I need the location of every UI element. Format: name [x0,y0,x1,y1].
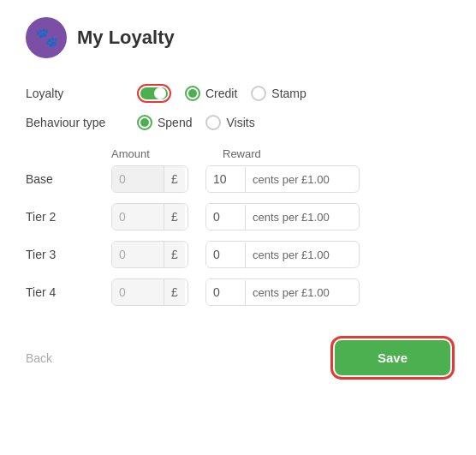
back-button[interactable]: Back [26,351,52,365]
behaviour-label: Behaviour type [26,116,137,129]
loyalty-row: Loyalty Credit Stamp [26,84,450,103]
table-row: Tier 2 £ cents per £1.00 [26,203,450,230]
loyalty-credit-option[interactable]: Credit [185,86,237,101]
tier3-amount-input[interactable] [112,242,164,267]
reward-column-header: Reward [223,147,261,160]
tier2-label: Tier 2 [26,210,111,224]
page-header: 🐾 My Loyalty [26,17,450,58]
spend-radio-outer [137,115,152,130]
base-amount-group: £ [111,165,188,193]
tier3-reward-group: cents per £1.00 [205,241,360,268]
table-header: Amount Reward [26,147,450,160]
tier2-reward-suffix: cents per £1.00 [245,205,359,230]
visits-option[interactable]: Visits [205,115,254,130]
behaviour-options: Spend Visits [137,115,255,130]
table-row: Base £ cents per £1.00 [26,165,450,193]
loyalty-toggle[interactable] [137,84,171,103]
loyalty-stamp-option[interactable]: Stamp [251,86,306,101]
tier2-amount-input[interactable] [112,204,164,230]
visits-radio-outer [205,115,221,130]
visits-label: Visits [226,116,254,129]
amount-column-header: Amount [111,147,205,160]
page-title: My Loyalty [77,27,175,49]
tier2-reward-group: cents per £1.00 [205,203,360,230]
base-currency: £ [164,166,185,192]
credit-radio-outer [185,86,200,101]
tier4-currency: £ [164,279,185,305]
tier4-amount-group: £ [111,278,188,306]
spend-option[interactable]: Spend [137,115,192,130]
spend-radio-inner [140,118,149,127]
stamp-radio-outer [251,86,266,101]
tier3-currency: £ [164,242,185,267]
behaviour-row: Behaviour type Spend Visits [26,115,450,130]
stamp-label: Stamp [271,87,306,100]
tiers-table: Amount Reward Base £ cents per £1.00 Tie… [26,147,450,306]
page-footer: Back Save [26,332,450,375]
tier4-reward-input[interactable] [206,279,245,305]
tier2-currency: £ [164,204,185,230]
tier3-reward-input[interactable] [206,242,245,267]
base-reward-input[interactable] [206,166,245,192]
save-button[interactable]: Save [335,340,450,375]
table-row: Tier 4 £ cents per £1.00 [26,278,450,306]
tier2-amount-group: £ [111,203,188,230]
base-reward-group: cents per £1.00 [205,165,360,193]
tier4-reward-suffix: cents per £1.00 [245,280,359,305]
tier3-reward-suffix: cents per £1.00 [245,242,359,267]
base-amount-input[interactable] [112,166,164,192]
tier3-label: Tier 3 [26,248,111,261]
logo-icon: 🐾 [26,17,67,58]
spend-label: Spend [158,116,192,129]
toggle-thumb [154,87,166,99]
base-reward-suffix: cents per £1.00 [245,167,359,192]
tier4-reward-group: cents per £1.00 [205,278,360,306]
tier3-amount-group: £ [111,241,188,268]
tier2-reward-input[interactable] [206,204,245,230]
tier4-amount-input[interactable] [112,279,164,305]
base-label: Base [26,172,111,186]
loyalty-label: Loyalty [26,87,137,100]
credit-label: Credit [205,87,237,100]
tier4-label: Tier 4 [26,285,111,299]
loyalty-options: Credit Stamp [137,84,306,103]
toggle-track [140,87,168,99]
table-row: Tier 3 £ cents per £1.00 [26,241,450,268]
credit-radio-inner [188,89,197,98]
